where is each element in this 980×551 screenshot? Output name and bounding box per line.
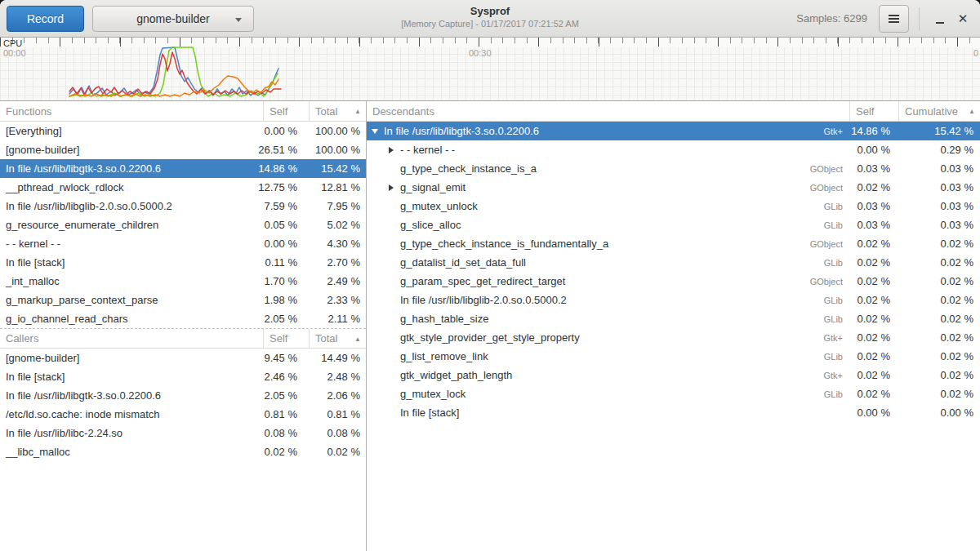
record-button[interactable]: Record <box>7 6 84 32</box>
table-row[interactable]: g_type_check_instance_is_aGObject0.03 %0… <box>367 159 980 178</box>
callers-column-header[interactable]: Callers <box>0 329 263 348</box>
expander-open-icon[interactable] <box>372 129 378 134</box>
total-column-header[interactable]: Total ▲ <box>309 101 366 121</box>
table-row[interactable]: - - kernel - -0.00 %0.29 % <box>367 140 980 159</box>
function-name: g_type_check_instance_is_a <box>400 162 537 175</box>
total-percent: 2.33 % <box>309 294 366 306</box>
function-name: gtk_widget_path_length <box>400 369 512 381</box>
expander-closed-icon[interactable] <box>389 147 394 153</box>
total-column-header[interactable]: Total ▲ <box>309 329 366 348</box>
function-name: g_io_channel_read_chars <box>0 313 243 325</box>
close-button[interactable]: ✕ <box>952 8 973 29</box>
table-row[interactable]: In file /usr/lib/libgtk-3.so.0.2200.62.0… <box>0 386 366 405</box>
left-pane: Functions Self Total ▲ [Everything]0.00 … <box>0 101 367 551</box>
descendant-name-cell: g_datalist_id_set_data_fullGLib <box>367 256 849 269</box>
table-row[interactable]: g_mutex_lockGLib0.02 %0.02 % <box>367 384 980 403</box>
sysprof-window: Record gnome-builder Sysprof [Memory Cap… <box>0 0 980 551</box>
library-tag: GLib <box>824 352 849 362</box>
self-column-header[interactable]: Self <box>263 329 309 348</box>
table-row[interactable]: gtk_widget_path_lengthGtk+0.02 %0.02 % <box>367 366 980 384</box>
table-row[interactable]: gtk_style_provider_get_style_propertyGtk… <box>367 328 980 347</box>
time-tick-label: 0 <box>973 48 978 58</box>
table-row[interactable]: In file /usr/lib/libglib-2.0.so.0.5000.2… <box>367 291 980 309</box>
table-row[interactable]: g_hash_table_sizeGLib0.02 %0.02 % <box>367 309 980 328</box>
self-percent: 0.02 % <box>849 181 898 193</box>
library-tag: GLib <box>824 314 849 324</box>
library-tag: GObject <box>810 164 849 174</box>
descendant-name-cell: g_param_spec_get_redirect_targetGObject <box>367 275 849 287</box>
table-row[interactable]: g_datalist_id_set_data_fullGLib0.02 %0.0… <box>367 253 980 272</box>
self-percent: 0.81 % <box>243 408 309 420</box>
total-percent: 14.49 % <box>309 352 366 364</box>
table-row[interactable]: /etc/ld.so.cache: inode mismatch0.81 %0.… <box>0 405 366 424</box>
table-row[interactable]: In file /usr/lib/libgtk-3.so.0.2200.6Gtk… <box>367 122 980 140</box>
library-tag: GObject <box>810 183 849 193</box>
self-percent: 9.45 % <box>243 352 309 364</box>
descendant-name-cell: In file [stack] <box>367 407 849 419</box>
cpu-blue-line <box>69 47 278 96</box>
cpu-graph[interactable]: CPU 00:0000:300 <box>0 38 980 101</box>
function-name: g_signal_emit <box>400 181 466 193</box>
descendant-name-cell: g_type_check_instance_is_fundamentally_a… <box>367 238 849 250</box>
table-row[interactable]: g_type_check_instance_is_fundamentally_a… <box>367 234 980 253</box>
table-row[interactable]: [gnome-builder]26.51 %100.00 % <box>0 140 366 159</box>
cumulative-column-header[interactable]: Cumulative ▲ <box>898 101 980 121</box>
total-percent: 2.70 % <box>309 256 366 269</box>
table-row[interactable]: g_signal_emitGObject0.02 %0.03 % <box>367 178 980 197</box>
table-row[interactable]: In file [stack]0.11 %2.70 % <box>0 253 366 272</box>
self-percent: 0.02 % <box>849 331 898 344</box>
self-percent: 0.02 % <box>243 446 309 458</box>
cpu-graph-label: CPU <box>3 38 22 48</box>
table-row[interactable]: g_io_channel_read_chars2.05 %2.11 % <box>0 309 366 328</box>
table-row[interactable]: _int_malloc1.70 %2.49 % <box>0 272 366 291</box>
self-percent: 0.02 % <box>849 256 898 269</box>
self-column-header[interactable]: Self <box>849 101 898 121</box>
functions-header: Functions Self Total ▲ <box>0 101 366 122</box>
table-row[interactable]: In file [stack]0.00 %0.00 % <box>367 403 980 422</box>
function-name: [gnome-builder] <box>0 144 243 156</box>
descendant-name-cell: In file /usr/lib/libglib-2.0.so.0.5000.2… <box>367 294 849 306</box>
function-name: - - kernel - - <box>400 144 455 156</box>
minimize-button[interactable] <box>929 8 951 29</box>
self-percent: 0.02 % <box>849 275 898 287</box>
table-row[interactable]: __pthread_rwlock_rdlock12.75 %12.81 % <box>0 178 366 197</box>
total-percent: 15.42 % <box>309 162 366 175</box>
table-row[interactable]: g_param_spec_get_redirect_targetGObject0… <box>367 272 980 291</box>
cumulative-percent: 0.02 % <box>898 350 980 362</box>
function-name: In file [stack] <box>0 256 243 269</box>
function-name: g_mutex_unlock <box>400 200 478 212</box>
cumulative-percent: 0.02 % <box>898 369 980 381</box>
table-row[interactable]: g_slice_allocGLib0.03 %0.03 % <box>367 216 980 234</box>
process-selector-dropdown[interactable]: gnome-builder <box>92 6 254 32</box>
functions-column-header[interactable]: Functions <box>0 101 263 121</box>
cumulative-percent: 0.29 % <box>898 144 980 156</box>
table-row[interactable]: [gnome-builder]9.45 %14.49 % <box>0 349 366 367</box>
table-row[interactable]: - - kernel - -0.00 %4.30 % <box>0 234 366 253</box>
table-row[interactable]: g_mutex_unlockGLib0.03 %0.03 % <box>367 197 980 216</box>
table-row[interactable]: g_list_remove_linkGLib0.02 %0.02 % <box>367 347 980 366</box>
descendants-column-header[interactable]: Descendants <box>367 101 849 121</box>
table-row[interactable]: g_markup_parse_context_parse1.98 %2.33 % <box>0 291 366 309</box>
cumulative-percent: 0.02 % <box>898 238 980 250</box>
table-row[interactable]: In file /usr/lib/libgtk-3.so.0.2200.614.… <box>0 159 366 178</box>
table-row[interactable]: g_resource_enumerate_children0.05 %5.02 … <box>0 216 366 234</box>
self-percent: 0.02 % <box>849 313 898 325</box>
function-name: g_slice_alloc <box>400 219 461 231</box>
total-percent: 7.95 % <box>309 200 366 212</box>
table-row[interactable]: In file /usr/lib/libglib-2.0.so.0.5000.2… <box>0 197 366 216</box>
function-name: _int_malloc <box>0 275 243 287</box>
table-row[interactable]: In file [stack]2.46 %2.48 % <box>0 367 366 386</box>
descendant-name-cell: g_list_remove_linkGLib <box>367 350 849 362</box>
menu-button[interactable] <box>879 5 909 33</box>
cumulative-percent: 0.03 % <box>898 181 980 193</box>
expander-closed-icon[interactable] <box>389 184 394 191</box>
table-row[interactable]: In file /usr/lib/libc-2.24.so0.08 %0.08 … <box>0 424 366 442</box>
function-name: /etc/ld.so.cache: inode mismatch <box>0 408 243 420</box>
cumulative-percent: 0.03 % <box>898 200 980 212</box>
table-row[interactable]: [Everything]0.00 %100.00 % <box>0 122 366 140</box>
functions-rows: [Everything]0.00 %100.00 %[gnome-builder… <box>0 122 366 328</box>
function-name: In file /usr/lib/libc-2.24.so <box>0 427 243 439</box>
library-tag: GLib <box>824 220 849 230</box>
table-row[interactable]: __libc_malloc0.02 %0.02 % <box>0 442 366 461</box>
self-column-header[interactable]: Self <box>263 101 309 121</box>
